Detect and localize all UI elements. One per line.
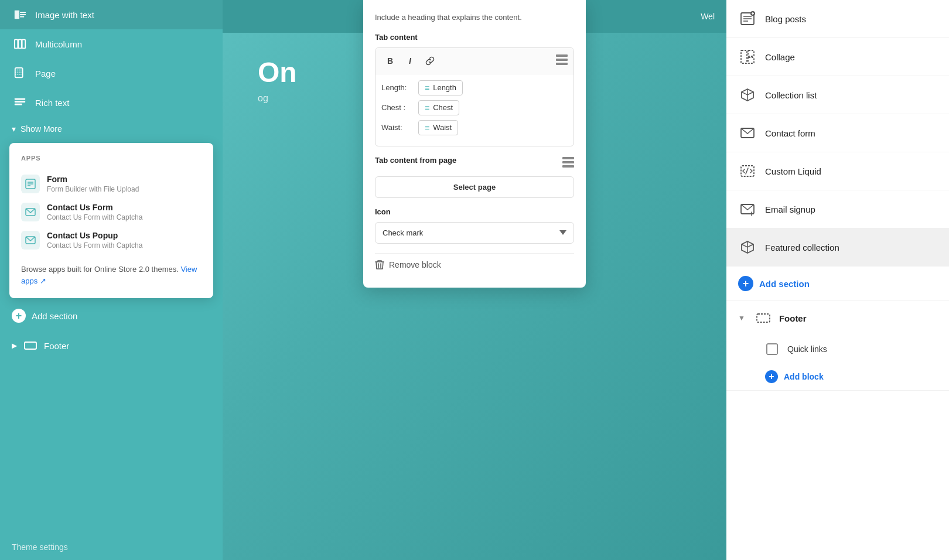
svg-rect-44 [767, 344, 777, 354]
contact-form-right-icon [738, 124, 757, 142]
footer-collapse-arrow: ▼ [738, 314, 745, 322]
link-button[interactable] [421, 53, 439, 69]
quick-links-icon [765, 342, 779, 356]
italic-button[interactable]: I [401, 53, 419, 69]
preview-header-text: Wel [701, 12, 715, 21]
right-footer-icon [756, 310, 771, 326]
app-item-contact-us-popup[interactable]: Contact Us Popup Contact Us Form with Ca… [21, 226, 202, 254]
from-page-stack-icon [562, 157, 574, 169]
right-add-block-button[interactable]: + Add block [726, 363, 949, 390]
sidebar-item-rich-text[interactable]: Rich text [0, 88, 223, 117]
footer-expand-arrow: ▶ [12, 342, 17, 350]
form-app-icon [21, 175, 40, 193]
waist-label: Waist: [381, 123, 414, 132]
length-row: Length: ≡ Length [381, 80, 568, 95]
show-more-toggle[interactable]: ▾ Show More [0, 117, 223, 141]
contact-us-form-subtitle: Contact Us Form with Captcha [47, 213, 142, 221]
tab-content-label: Tab content [375, 33, 574, 42]
right-item-featured-collection[interactable]: Featured collection [726, 228, 949, 267]
right-add-section-button[interactable]: + Add section [726, 267, 949, 301]
theme-settings[interactable]: Theme settings [0, 534, 223, 560]
email-signup-label: Email signup [765, 204, 815, 214]
length-tag[interactable]: ≡ Length [418, 80, 463, 95]
svg-rect-4 [15, 40, 18, 49]
sidebar-item-multicolumn[interactable]: Multicolumn [0, 29, 223, 59]
blog-posts-label: Blog posts [765, 14, 806, 24]
bold-button[interactable]: B [381, 53, 399, 69]
right-item-collage[interactable]: Collage [726, 38, 949, 76]
from-page-label: Tab content from page [375, 156, 456, 165]
length-label: Length: [381, 83, 414, 92]
trash-icon [375, 259, 384, 270]
contact-us-form-title: Contact Us Form [47, 203, 142, 212]
editor-body[interactable]: Length: ≡ Length Chest : ≡ Chest Waist: [375, 74, 574, 146]
show-more-label: Show More [21, 124, 62, 134]
collection-list-icon [738, 86, 757, 104]
svg-rect-0 [15, 11, 19, 19]
contact-form-label: Contact form [765, 128, 815, 138]
collage-label: Collage [765, 52, 795, 62]
right-sidebar: Blog posts Collage Collection list [726, 0, 949, 560]
right-add-block-label: Add block [784, 372, 824, 381]
right-item-custom-liquid[interactable]: Custom Liquid [726, 152, 949, 190]
svg-rect-11 [15, 98, 25, 100]
right-add-block-plus-icon: + [765, 370, 778, 383]
svg-rect-25 [562, 157, 574, 159]
remove-block-label: Remove block [389, 260, 441, 269]
right-item-email-signup[interactable]: Email signup [726, 190, 949, 228]
left-add-section-label: Add section [32, 311, 77, 321]
contact-us-popup-title: Contact Us Popup [47, 231, 142, 240]
svg-rect-43 [757, 314, 770, 322]
svg-rect-36 [748, 50, 754, 56]
length-tag-icon: ≡ [425, 83, 429, 93]
waist-tag[interactable]: ≡ Waist [418, 120, 458, 135]
app-item-contact-us-form[interactable]: Contact Us Form Contact Us Form with Cap… [21, 198, 202, 226]
left-add-section-button[interactable]: + Add section [0, 301, 223, 331]
right-item-collection-list[interactable]: Collection list [726, 76, 949, 114]
app-item-form[interactable]: Form Form Builder with File Upload [21, 170, 202, 198]
quick-links-item[interactable]: Quick links [726, 335, 949, 363]
email-signup-icon [738, 200, 757, 218]
waist-tag-text: Waist [433, 123, 452, 132]
rich-editor: B I L [375, 47, 574, 146]
svg-rect-23 [556, 59, 568, 61]
svg-rect-24 [556, 63, 568, 65]
icon-select[interactable]: Check mark Arrow Star Circle [375, 222, 574, 244]
svg-rect-12 [15, 101, 25, 103]
svg-rect-6 [22, 40, 25, 49]
right-item-contact-form[interactable]: Contact form [726, 114, 949, 152]
apps-popup: APPS Form Form Builder with File Upload [9, 143, 213, 298]
form-app-subtitle: Form Builder with File Upload [47, 185, 139, 193]
add-section-plus-icon: + [12, 309, 26, 323]
featured-collection-icon [738, 238, 757, 257]
sidebar-item-page[interactable]: Page [0, 59, 223, 88]
custom-liquid-label: Custom Liquid [765, 166, 821, 176]
svg-rect-35 [741, 50, 747, 63]
right-item-blog-posts[interactable]: Blog posts [726, 0, 949, 38]
editor-stack-icon [556, 54, 568, 67]
center-area: Wel On og Include a heading that explain… [223, 0, 726, 560]
svg-rect-22 [556, 54, 568, 57]
right-footer-header[interactable]: ▼ Footer [726, 301, 949, 335]
svg-rect-20 [25, 342, 36, 349]
featured-collection-label: Featured collection [765, 243, 839, 252]
right-add-section-label: Add section [759, 279, 810, 289]
contact-us-form-icon [21, 203, 40, 221]
sidebar-item-image-with-text[interactable]: Image with text [0, 0, 223, 29]
left-sidebar-footer[interactable]: ▶ Footer [0, 331, 223, 360]
select-page-button[interactable]: Select page [375, 176, 574, 198]
svg-rect-13 [15, 104, 22, 105]
sidebar-item-rich-text-label: Rich text [35, 98, 69, 108]
chest-tag[interactable]: ≡ Chest [418, 100, 459, 115]
apps-browse-text: Browse apps built for Online Store 2.0 t… [21, 264, 202, 286]
svg-rect-5 [18, 40, 22, 49]
collection-list-label: Collection list [765, 90, 817, 100]
remove-block-button[interactable]: Remove block [375, 253, 574, 276]
image-text-icon [12, 8, 28, 21]
chest-tag-text: Chest [433, 103, 453, 112]
page-icon [12, 67, 28, 80]
svg-rect-37 [748, 57, 754, 63]
sidebar-item-page-label: Page [35, 69, 56, 78]
collage-icon [738, 47, 757, 66]
svg-rect-26 [562, 161, 574, 163]
